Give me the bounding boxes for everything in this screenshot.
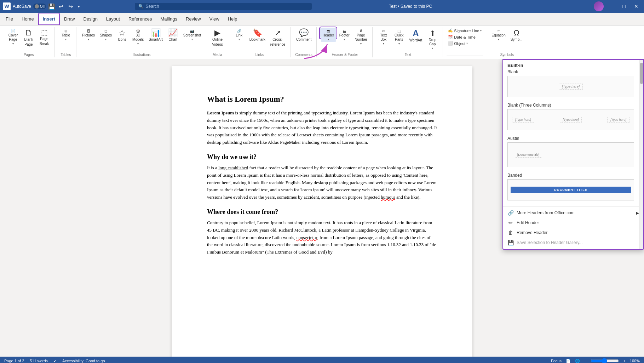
table-btn[interactable]: ⊞ Table ▾	[58, 28, 73, 42]
link-top[interactable]: 🔗 Link	[232, 28, 247, 38]
redo-button[interactable]: ↪	[67, 2, 74, 11]
close-button[interactable]: ✕	[631, 2, 641, 11]
equation-btn[interactable]: π Equation ▾	[489, 28, 507, 42]
save-button[interactable]: 💾	[48, 3, 55, 10]
blank-preview[interactable]: [Type here]	[507, 76, 634, 97]
tab-mailings[interactable]: Mailings	[156, 13, 182, 25]
page-break-btn[interactable]: ⬚ Page Break	[37, 28, 52, 47]
header-top[interactable]: ⬒ Header	[320, 28, 336, 38]
screenshot-top[interactable]: 📷 Screenshot	[181, 28, 203, 38]
tab-insert[interactable]: Insert	[38, 13, 60, 25]
pictures-top[interactable]: 🖼 Pictures	[80, 28, 97, 38]
pictures-icon: 🖼	[87, 29, 90, 33]
object-btn[interactable]: ⬜ Object ▾	[447, 40, 469, 46]
symbol-btn[interactable]: Ω Symb...	[508, 28, 525, 43]
3d-models-top[interactable]: 🎲 3D Models	[130, 28, 146, 42]
blank-three-preview[interactable]: [Type here] [Type here] [Type here]	[507, 109, 634, 130]
wordart-btn[interactable]: A WordArt	[407, 28, 425, 44]
smartart-btn[interactable]: 📊 SmartArt	[146, 28, 165, 43]
austin-preview[interactable]: [Document title]	[507, 142, 634, 167]
tab-layout[interactable]: Layout	[102, 13, 124, 25]
tab-home[interactable]: Home	[17, 13, 38, 25]
footer-arrow[interactable]: ▾	[337, 38, 352, 42]
zoom-slider[interactable]	[591, 358, 619, 363]
view-print-icon[interactable]: 📄	[566, 359, 571, 363]
cover-page-top[interactable]: 📄 Cover Page	[6, 28, 21, 42]
dropdown-scrollbar[interactable]	[639, 60, 643, 249]
pictures-btn[interactable]: 🖼 Pictures ▾	[80, 28, 97, 42]
toggle-state: Off	[40, 5, 45, 8]
3d-models-arrow[interactable]: ▾	[131, 42, 145, 46]
more-headers-icon: 🔗	[507, 210, 514, 216]
minimize-button[interactable]: —	[606, 2, 617, 11]
tab-design[interactable]: Design	[79, 13, 102, 25]
view-web-icon[interactable]: 🌐	[575, 359, 580, 363]
shapes-arrow[interactable]: ▾	[98, 38, 113, 42]
footer-top[interactable]: ⬓ Footer	[337, 28, 352, 38]
screenshot-arrow[interactable]: ▾	[185, 38, 200, 42]
signature-line-icon: ✍	[448, 28, 453, 33]
pictures-arrow[interactable]: ▾	[81, 38, 96, 42]
table-arrow[interactable]: ▾	[58, 38, 73, 42]
quick-parts-top[interactable]: ⬚ Quick Parts	[392, 28, 407, 42]
text-box-btn[interactable]: ▭ Text Box ▾	[376, 28, 391, 46]
page-number-btn[interactable]: # Page Number ▾	[352, 28, 369, 46]
remove-header-item[interactable]: 🗑 Remove Header	[503, 228, 643, 238]
comment-btn[interactable]: 💬 Comment	[294, 28, 314, 43]
quick-parts-arrow[interactable]: ▾	[392, 42, 407, 46]
para2-underline: long established	[218, 165, 248, 170]
undo-button[interactable]: ↩	[57, 2, 65, 11]
search-input[interactable]	[146, 4, 308, 9]
zoom-out-icon[interactable]: −	[584, 359, 586, 363]
header-gallery: Built-in Blank [Type here] Blank (Three …	[503, 60, 643, 206]
screenshot-btn[interactable]: 📷 Screenshot ▾	[181, 28, 203, 42]
user-avatar[interactable]	[594, 1, 604, 11]
page-number-arrow[interactable]: ▾	[353, 42, 368, 46]
chart-btn[interactable]: 📈 Chart	[166, 28, 180, 43]
link-btn[interactable]: 🔗 Link ▾	[232, 28, 247, 42]
drop-cap-top[interactable]: ⬆ Drop Cap	[425, 28, 440, 46]
tab-view[interactable]: View	[205, 13, 224, 25]
more-headers-item[interactable]: 🔗 More Headers from Office.com ▶	[503, 208, 643, 218]
search-bar[interactable]: 🔍	[135, 3, 312, 10]
shapes-top[interactable]: ◻ Shapes	[98, 28, 114, 38]
icons-btn[interactable]: ☆ Icons	[115, 28, 130, 43]
tab-draw[interactable]: Draw	[60, 13, 79, 25]
cover-page-btn[interactable]: 📄 Cover Page ▾	[6, 28, 21, 46]
zoom-in-icon[interactable]: +	[623, 359, 625, 363]
shapes-btn[interactable]: ◻ Shapes ▾	[98, 28, 114, 42]
bookmark-btn[interactable]: 🔖 Bookmark	[247, 28, 268, 43]
page-number-top[interactable]: # Page Number	[352, 28, 369, 42]
cover-page-arrow[interactable]: ▾	[6, 42, 21, 46]
equation-top[interactable]: π Equation	[489, 28, 507, 38]
tab-file[interactable]: File	[1, 13, 17, 25]
text-box-top[interactable]: ▭ Text Box	[376, 28, 391, 42]
drop-cap-arrow[interactable]: ▾	[425, 46, 440, 51]
comment-icon: 💬	[299, 29, 309, 37]
maximize-button[interactable]: □	[620, 2, 628, 11]
tab-review[interactable]: Review	[182, 13, 205, 25]
header-btn[interactable]: ⬒ Header ▾	[320, 28, 336, 42]
drop-cap-btn[interactable]: ⬆ Drop Cap ▾	[425, 28, 440, 51]
banded-template: Banded DOCUMENT TITLE	[507, 173, 634, 200]
tab-help[interactable]: Help	[224, 13, 242, 25]
footer-btn[interactable]: ⬓ Footer ▾	[337, 28, 352, 42]
focus-button[interactable]: Focus	[551, 359, 562, 363]
text-box-arrow[interactable]: ▾	[376, 42, 391, 46]
cross-reference-btn[interactable]: ↗ Cross- reference	[268, 28, 287, 48]
date-time-btn[interactable]: 📅 Date & Time	[447, 34, 477, 40]
autosave-toggle[interactable]: Off	[33, 4, 46, 9]
customize-qat-button[interactable]: ▾	[76, 4, 81, 10]
online-videos-btn[interactable]: ▶ Online Videos	[210, 28, 225, 48]
tab-references[interactable]: References	[124, 13, 156, 25]
3d-models-btn[interactable]: 🎲 3D Models ▾	[130, 28, 146, 46]
equation-arrow[interactable]: ▾	[491, 38, 506, 42]
header-arrow[interactable]: ▾	[321, 38, 336, 42]
link-arrow[interactable]: ▾	[232, 38, 247, 42]
banded-preview[interactable]: DOCUMENT TITLE	[507, 179, 634, 200]
edit-header-item[interactable]: ✏ Edit Header	[503, 218, 643, 228]
blank-page-btn[interactable]: 🗋 Blank Page	[21, 28, 36, 48]
signature-line-btn[interactable]: ✍ Signature Line ▾	[447, 28, 483, 34]
quick-parts-btn[interactable]: ⬚ Quick Parts ▾	[392, 28, 407, 46]
table-top[interactable]: ⊞ Table	[58, 28, 73, 38]
